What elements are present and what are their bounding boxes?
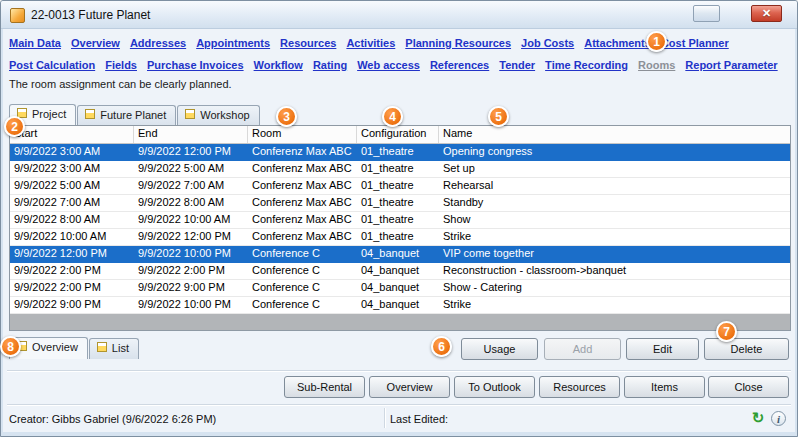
creator-label: Creator: Gibbs Gabriel (9/6/2022 6:26 PM…: [9, 413, 216, 425]
column-header-configuration[interactable]: Configuration: [357, 126, 439, 143]
room-assignment-table: StartEndRoomConfigurationName 9/9/2022 3…: [9, 125, 791, 331]
callout-badge-4: 4: [382, 106, 403, 127]
refresh-icon[interactable]: ↻: [750, 410, 766, 426]
client-area: Main DataOverviewAddressesAppointmentsRe…: [3, 29, 795, 432]
cell-room: Conference C: [248, 297, 357, 313]
column-header-start[interactable]: Start: [10, 126, 134, 143]
tab-workshop[interactable]: Workshop: [177, 105, 259, 126]
callout-badge-2: 2: [4, 116, 25, 137]
cell-name: Set up: [439, 161, 790, 177]
nav-link-attachments[interactable]: Attachments: [584, 37, 651, 49]
table-row[interactable]: 9/9/2022 5:00 AM9/9/2022 7:00 AMConferen…: [10, 178, 790, 195]
column-header-room[interactable]: Room: [248, 126, 357, 143]
page-hint: The room assignment can be clearly plann…: [9, 78, 232, 90]
items-button[interactable]: Items: [624, 376, 705, 398]
table-row[interactable]: 9/9/2022 2:00 PM9/9/2022 9:00 PMConferen…: [10, 280, 790, 297]
cell-start: 9/9/2022 3:00 AM: [10, 144, 134, 160]
cell-name: Rehearsal: [439, 178, 790, 194]
nav-link-cost-planner[interactable]: Cost Planner: [661, 37, 729, 49]
nav-link-fields[interactable]: Fields: [105, 59, 137, 71]
tab-future-planet[interactable]: Future Planet: [77, 105, 176, 126]
cell-room: Conference C: [248, 246, 357, 262]
cell-name: Strike: [439, 229, 790, 245]
nav-link-rooms[interactable]: Rooms: [638, 59, 675, 71]
tab-label: Future Planet: [100, 109, 166, 121]
cell-configuration: 01_theatre: [357, 212, 439, 228]
nav-link-planning-resources[interactable]: Planning Resources: [405, 37, 511, 49]
cell-room: Conferenz Max ABC: [248, 178, 357, 194]
view-tab-list[interactable]: List: [89, 338, 139, 359]
cell-end: 9/9/2022 8:00 AM: [134, 195, 248, 211]
close-button[interactable]: Close: [708, 376, 789, 398]
callout-badge-1: 1: [646, 31, 667, 52]
table-row[interactable]: 9/9/2022 7:00 AM9/9/2022 8:00 AMConferen…: [10, 195, 790, 212]
cell-start: 9/9/2022 2:00 PM: [10, 280, 134, 296]
nav-link-job-costs[interactable]: Job Costs: [521, 37, 574, 49]
edit-button[interactable]: Edit: [626, 338, 699, 360]
app-icon: [10, 8, 25, 23]
nav-link-purchase-invoices[interactable]: Purchase Invoices: [147, 59, 244, 71]
sub-rental-button[interactable]: Sub-Rental: [284, 376, 365, 398]
last-edited-label: Last Edited:: [390, 413, 448, 425]
column-header-name[interactable]: Name: [439, 126, 790, 143]
nav-link-post-calculation[interactable]: Post Calculation: [9, 59, 95, 71]
project-tab-strip: ProjectFuture PlanetWorkshop: [9, 104, 261, 125]
cell-name: Standby: [439, 195, 790, 211]
window-title: 22-0013 Future Planet: [31, 8, 150, 22]
nav-link-web-access[interactable]: Web access: [357, 59, 420, 71]
cell-end: 9/9/2022 10:00 PM: [134, 246, 248, 262]
table-row[interactable]: 9/9/2022 8:00 AM9/9/2022 10:00 AMConfere…: [10, 212, 790, 229]
nav-link-tender[interactable]: Tender: [499, 59, 535, 71]
cell-end: 9/9/2022 7:00 AM: [134, 178, 248, 194]
cell-configuration: 01_theatre: [357, 178, 439, 194]
delete-button[interactable]: Delete: [704, 338, 789, 360]
nav-link-activities[interactable]: Activities: [346, 37, 395, 49]
nav-link-time-recording[interactable]: Time Recording: [545, 59, 628, 71]
cell-configuration: 04_banquet: [357, 297, 439, 313]
add-button[interactable]: Add: [544, 338, 621, 360]
cell-name: Opening congress: [439, 144, 790, 160]
cell-end: 9/9/2022 10:00 PM: [134, 297, 248, 313]
table-header-row: StartEndRoomConfigurationName: [10, 126, 790, 144]
tab-icon: [97, 342, 107, 352]
nav-link-addresses[interactable]: Addresses: [130, 37, 186, 49]
overview-button[interactable]: Overview: [369, 376, 450, 398]
nav-link-rating[interactable]: Rating: [313, 59, 347, 71]
view-tab-strip: OverviewList: [9, 337, 140, 358]
tab-label: Overview: [32, 341, 78, 353]
cell-start: 9/9/2022 10:00 AM: [10, 229, 134, 245]
cell-configuration: 04_banquet: [357, 263, 439, 279]
tab-icon: [85, 109, 95, 119]
divider: [7, 370, 791, 372]
minimize-button[interactable]: [693, 5, 720, 22]
resources-button[interactable]: Resources: [539, 376, 620, 398]
usage-button[interactable]: Usage: [461, 338, 538, 360]
nav-row-2: Post CalculationFieldsPurchase InvoicesW…: [9, 55, 791, 73]
close-button[interactable]: ✕: [751, 5, 782, 22]
nav-link-resources[interactable]: Resources: [280, 37, 336, 49]
callout-badge-3: 3: [276, 106, 297, 127]
info-icon[interactable]: i: [771, 411, 786, 426]
cell-room: Conferenz Max ABC: [248, 195, 357, 211]
table-row[interactable]: 9/9/2022 3:00 AM9/9/2022 12:00 PMConfere…: [10, 144, 790, 161]
nav-link-appointments[interactable]: Appointments: [196, 37, 270, 49]
cell-configuration: 01_theatre: [357, 229, 439, 245]
table-row[interactable]: 9/9/2022 10:00 AM9/9/2022 12:00 PMConfer…: [10, 229, 790, 246]
cell-configuration: 04_banquet: [357, 246, 439, 262]
nav-link-main-data[interactable]: Main Data: [9, 37, 61, 49]
callout-badge-7: 7: [716, 321, 737, 342]
nav-link-overview[interactable]: Overview: [71, 37, 120, 49]
to-outlook-button[interactable]: To Outlook: [454, 376, 535, 398]
column-header-end[interactable]: End: [134, 126, 248, 143]
table-row[interactable]: 9/9/2022 9:00 PM9/9/2022 10:00 PMConfere…: [10, 297, 790, 314]
cell-name: Reconstruction - classroom->banquet: [439, 263, 790, 279]
nav-link-references[interactable]: References: [430, 59, 489, 71]
table-row[interactable]: 9/9/2022 2:00 PM9/9/2022 2:00 PMConferen…: [10, 263, 790, 280]
cell-room: Conferenz Max ABC: [248, 229, 357, 245]
cell-end: 9/9/2022 10:00 AM: [134, 212, 248, 228]
table-row[interactable]: 9/9/2022 12:00 PM9/9/2022 10:00 PMConfer…: [10, 246, 790, 263]
nav-link-workflow[interactable]: Workflow: [254, 59, 303, 71]
cell-configuration: 01_theatre: [357, 161, 439, 177]
table-row[interactable]: 9/9/2022 3:00 AM9/9/2022 5:00 AMConferen…: [10, 161, 790, 178]
nav-link-report-parameter[interactable]: Report Parameter: [685, 59, 777, 71]
